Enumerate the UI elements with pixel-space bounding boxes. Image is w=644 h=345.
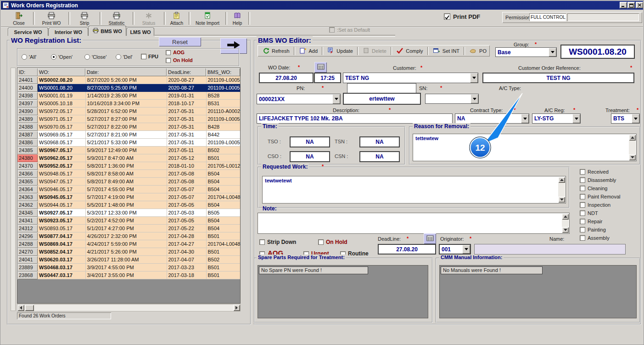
cso-field[interactable]: NA <box>290 151 330 162</box>
row-cell[interactable]: WS0001.01.19 <box>38 92 85 100</box>
row-id-cell[interactable]: 24312 <box>17 225 38 232</box>
scrollbar-thumb[interactable] <box>25 305 34 311</box>
table-row[interactable]: 24341WS0923.05.175/2/2017 4:52:00 PM2017… <box>17 217 240 225</box>
row-cell[interactable]: 2017-05-12 <box>167 154 206 162</box>
row-id-cell[interactable]: 24401 <box>17 76 38 84</box>
row-cell[interactable]: 2017-03-18 <box>167 271 206 279</box>
update-button[interactable]: Update <box>324 46 356 56</box>
scroll-right-button[interactable] <box>233 305 240 311</box>
stage-checkbox-inspection[interactable]: Inspection <box>580 202 639 208</box>
row-id-cell[interactable]: 24387 <box>17 131 38 139</box>
stage-checkbox-repair[interactable]: Repair <box>580 218 639 225</box>
po-button[interactable]: PO <box>466 46 490 56</box>
table-row[interactable]: 24380WS0962.05.175/9/2017 8:47:00 AM2017… <box>17 154 240 162</box>
description-field[interactable]: LIFEJACKET TYPE 102 Mk. 2BA <box>257 113 453 124</box>
row-cell[interactable]: 2020-08-27 <box>167 84 206 92</box>
chevron-down-icon[interactable] <box>549 48 556 57</box>
row-cell[interactable]: WS0620.03.17 <box>38 256 85 264</box>
row-id-cell[interactable]: 24364 <box>17 186 38 193</box>
maximize-button[interactable] <box>627 2 635 8</box>
tab-service-wo[interactable]: Service WO <box>8 28 48 36</box>
ac-reg-dropdown[interactable]: LY-STG <box>532 113 581 124</box>
row-id-cell[interactable]: 23889 <box>17 264 38 271</box>
table-row[interactable]: 24385WS0967.05.175/9/2017 12:49:00 PM201… <box>17 147 240 154</box>
row-cell[interactable]: 4/26/2017 2:32:00 PM <box>85 232 167 240</box>
reason-textarea[interactable]: tettewtew <box>413 134 637 161</box>
table-row[interactable]: 24388WS0970.05.175/27/2017 8:22:00 PM201… <box>17 123 240 131</box>
scroll-down-button[interactable] <box>562 227 569 233</box>
table-row[interactable]: 24365WS0947.05.175/8/2017 8:49:00 AM2017… <box>17 178 240 186</box>
row-id-cell[interactable]: 24341 <box>17 217 38 225</box>
row-cell[interactable]: WS0923.05.17 <box>38 217 85 225</box>
row-cell[interactable]: 201109-L0005 <box>206 76 240 84</box>
wo-date-calendar-button[interactable] <box>314 62 327 73</box>
radio-open[interactable] <box>51 54 56 60</box>
tab-interior-wo[interactable]: Interior WO <box>49 28 88 36</box>
close-window-button[interactable] <box>636 2 643 8</box>
row-cell[interactable]: WS0948.05.17 <box>38 170 85 178</box>
row-cell[interactable]: 3/4/2017 3:55:00 PM <box>85 271 167 279</box>
row-cell[interactable]: 2017-05-05 <box>167 217 206 225</box>
chevron-down-icon[interactable] <box>470 94 478 103</box>
name-field[interactable] <box>474 244 626 255</box>
row-cell[interactable]: B504 <box>206 217 240 225</box>
customer-dropdown[interactable]: TEST NG <box>343 73 478 83</box>
scroll-up-button[interactable] <box>629 135 636 141</box>
toolbar-button-statistic[interactable]: Statistic <box>102 11 131 26</box>
customer-order-reference-field[interactable]: TEST NG <box>482 73 634 83</box>
row-cell[interactable]: 2018-10-17 <box>167 100 206 107</box>
row-cell[interactable]: 201110-A0002 <box>206 107 240 115</box>
checkbox[interactable] <box>580 202 585 208</box>
row-cell[interactable]: 10/16/2018 3:34:00 PM <box>85 100 167 107</box>
table-row[interactable]: 24366WS0948.05.175/8/2017 8:58:00 AM2017… <box>17 170 240 178</box>
table-row[interactable]: 24270WS0852.04.174/21/2017 5:26:00 PM201… <box>17 248 240 256</box>
row-cell[interactable]: B501 <box>206 264 240 271</box>
row-cell[interactable]: 2017-05-31 <box>167 139 206 147</box>
row-cell[interactable]: 2017-05-03 <box>167 209 206 217</box>
row-cell[interactable]: 201705-L0012 <box>206 162 240 170</box>
table-row[interactable]: 24390WS0972.05.175/28/2017 6:52:00 PM201… <box>17 107 240 115</box>
row-cell[interactable]: 5/7/2017 4:19:00 PM <box>85 193 167 201</box>
toolbar-button-note-import[interactable]: Note Import <box>191 11 224 26</box>
chevron-down-icon[interactable] <box>462 245 470 254</box>
row-cell[interactable]: 2017-05-22 <box>167 225 206 232</box>
stage-checkbox-received[interactable]: Received <box>580 169 639 175</box>
toolbar-button-close[interactable]: Close <box>6 11 32 26</box>
row-cell[interactable]: 5/28/2017 6:52:00 PM <box>85 107 167 115</box>
tab-bms-wo[interactable]: BMS WO <box>89 26 126 36</box>
chevron-down-icon[interactable] <box>632 114 639 123</box>
aog-filter-checkbox[interactable] <box>166 50 171 55</box>
vertical-scrollbar[interactable] <box>11 68 16 311</box>
reset-button[interactable]: Reset <box>159 37 201 46</box>
chevron-down-icon[interactable] <box>332 94 340 104</box>
row-cell[interactable]: WS0952.05.17 <box>38 162 85 170</box>
checkbox[interactable] <box>580 235 585 241</box>
checkbox[interactable] <box>580 219 585 224</box>
refresh-button[interactable]: Refresh <box>259 46 293 56</box>
table-row[interactable]: 24364WS0946.05.175/7/2017 4:55:00 PM2017… <box>17 186 240 193</box>
print-pdf-checkbox[interactable] <box>444 13 450 20</box>
table-row[interactable]: 24370WS0952.05.175/8/2017 1:36:00 PM2018… <box>17 162 240 170</box>
row-cell[interactable]: WS0852.04.17 <box>38 248 85 256</box>
row-cell[interactable]: B501 <box>206 232 240 240</box>
row-cell[interactable]: WS0967.05.17 <box>38 147 85 154</box>
row-cell[interactable]: 2019-01-31 <box>167 92 206 100</box>
toolbar-button-help[interactable]: Help <box>228 11 247 26</box>
table-row[interactable]: 24401WS0002.08.208/27/2020 5:26:00 PM202… <box>17 76 240 84</box>
note-scrollbar[interactable] <box>562 214 569 233</box>
stage-checkbox-painting[interactable]: Painting <box>580 226 639 233</box>
table-row[interactable]: 24312WS0893.05.175/1/2017 4:27:00 PM2017… <box>17 225 240 232</box>
row-id-cell[interactable]: 24380 <box>17 154 38 162</box>
row-id-cell[interactable]: 24370 <box>17 162 38 170</box>
stage-checkbox-disassembly[interactable]: Disassembly <box>580 177 639 183</box>
table-row[interactable]: 24363WS0945.05.175/7/2017 4:19:00 PM2017… <box>17 193 240 201</box>
row-cell[interactable]: 2017-05-31 <box>167 123 206 131</box>
deadline-calendar-button[interactable] <box>424 233 436 244</box>
row-cell[interactable]: 2017-05-05 <box>167 201 206 209</box>
row-cell[interactable]: 2017-04-30 <box>167 248 206 256</box>
row-cell[interactable]: WS0869.04.17 <box>38 240 85 248</box>
row-cell[interactable]: 201704-L0048 <box>206 240 240 248</box>
checkbox[interactable] <box>580 210 585 216</box>
table-row[interactable]: 24397WS0005.10.1810/16/2018 3:34:00 PM20… <box>17 100 240 107</box>
row-id-cell[interactable]: 24363 <box>17 193 38 201</box>
